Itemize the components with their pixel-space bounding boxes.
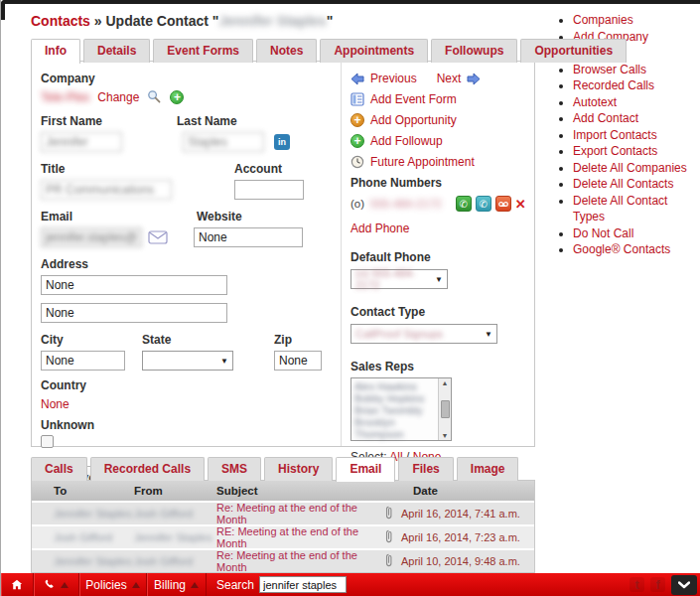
history-tab[interactable]: History [264,457,333,481]
title-input[interactable] [41,180,172,200]
previous-arrow-icon[interactable] [350,73,364,85]
policies-menu-button[interactable]: Policies [79,573,147,596]
add-event-form-link[interactable]: Add Event Form [370,92,457,106]
billing-caret-icon [191,582,199,588]
side-menu-link[interactable]: Autotext [573,95,617,109]
col-header-date: Date [401,485,534,497]
home-button[interactable] [1,573,34,596]
history-tab[interactable]: Calls [31,457,87,481]
email-row[interactable]: Jennifer Staples Josh Gifford Re: Meetin… [32,503,534,524]
history-tab[interactable]: Recorded Calls [90,457,205,481]
scroll-thumb[interactable] [441,400,450,418]
billing-menu-button[interactable]: Billing [147,573,207,596]
company-add-icon[interactable]: + [170,90,184,104]
side-menu-link[interactable]: Companies [573,13,633,27]
phone-menu-button[interactable] [34,573,79,596]
search-section: Search [207,573,356,596]
sales-rep-option[interactable]: Bobby Hopkins [354,392,438,404]
sales-reps-listbox[interactable]: Alex HawkinsBobby HopkinsBrian TwomblyBr… [350,377,452,441]
collapse-bar-button[interactable] [671,575,697,595]
add-phone-link[interactable]: Add Phone [350,222,409,235]
email-subject-link[interactable]: Re: Meeting at the end of the Month [216,549,373,573]
sales-rep-option[interactable]: Brooklyn Thompson [354,416,438,440]
voicemail-icon[interactable] [495,196,511,212]
twitter-icon[interactable]: t [630,577,644,592]
history-tab[interactable]: Email [336,457,395,482]
side-menu-link[interactable]: Import Contacts [573,128,657,142]
linkedin-icon[interactable]: in [274,134,290,150]
email-row[interactable]: Josh Gifford Jennifer Staples RE: Meetin… [32,526,534,548]
side-menu-link[interactable]: Delete All Companies [573,161,687,175]
delete-phone-icon[interactable]: ✕ [515,197,526,212]
email-subject-link[interactable]: RE: Meeting at the end of the Month [216,525,373,549]
company-change-link[interactable]: Change [97,90,139,104]
contact-tab[interactable]: Followups [431,39,517,63]
email-row[interactable]: Jennifer Staples Josh Gifford Re: Meetin… [32,550,534,572]
window-corner [1,0,5,20]
future-appointment-icon [350,155,364,169]
billing-label: Billing [154,578,186,592]
side-menu-item: Delete All Contacts [573,176,694,193]
side-menu-item: Google® Contacts [573,241,694,258]
facebook-icon[interactable]: f [650,577,665,592]
contact-actions: Previous Next Add Event Form + Add Oppor… [342,62,534,446]
call-browser-icon[interactable]: ✆ [476,196,491,212]
search-input[interactable] [259,576,347,593]
address-label: Address [41,257,88,271]
zip-input[interactable] [274,351,322,371]
add-opportunity-link[interactable]: Add Opportunity [370,113,457,127]
address-line2-input[interactable] [41,303,227,323]
side-menu-link[interactable]: Export Contacts [573,144,657,158]
sales-rep-option[interactable]: Alex Hawkins [354,380,438,392]
company-value-link[interactable]: Tele-Plex [41,90,89,104]
side-menu-link[interactable]: Delete All Contact Types [573,194,667,224]
history-tab[interactable]: Image [457,457,519,481]
contact-tab[interactable]: Notes [256,39,317,63]
email-input[interactable] [41,227,142,247]
contact-tab[interactable]: Event Forms [153,39,253,63]
side-menu-item: Browser Calls [573,62,694,78]
email-subject-link[interactable]: Re: Meeting at the end of the Month [216,502,373,525]
contact-tab[interactable]: Info [31,39,80,64]
website-input[interactable] [194,227,303,247]
send-email-icon[interactable] [148,230,168,244]
history-tab[interactable]: Files [398,457,453,481]
scroll-up-icon[interactable]: ▲ [442,379,449,386]
history-tab[interactable]: SMS [208,457,261,481]
city-input[interactable] [41,351,125,371]
first-name-input[interactable] [41,132,122,152]
scroll-down-icon[interactable]: ▼ [442,432,449,439]
default-phone-select[interactable]: (o) 555-484-2172 ▼ [350,269,448,289]
contact-tab[interactable]: Appointments [320,39,428,63]
address-line1-input[interactable] [41,275,227,295]
country-value-link[interactable]: None [41,397,70,411]
attachment-paperclip-icon [373,529,401,545]
contact-type-select[interactable]: CallProof Signups ▼ [350,324,497,344]
side-menu-link[interactable]: Browser Calls [573,63,646,76]
side-menu-link[interactable]: Do Not Call [573,226,633,240]
contact-tab[interactable]: Opportunities [520,39,627,63]
account-input[interactable] [234,180,304,200]
side-menu-link[interactable]: Add Contact [573,111,638,125]
website-label: Website [197,210,242,224]
call-phone-icon[interactable]: ✆ [456,196,472,212]
city-label: City [41,333,142,347]
contact-tab[interactable]: Details [83,39,150,63]
bottom-bar-right: t f [630,575,700,595]
sales-reps-options: Alex HawkinsBobby HopkinsBrian TwomblyBr… [351,378,438,440]
side-menu-link[interactable]: Google® Contacts [573,242,670,256]
state-select[interactable]: ▼ [142,351,233,371]
side-menu-link[interactable]: Recorded Calls [573,78,654,92]
sales-reps-scrollbar[interactable]: ▲ ▼ [438,378,451,440]
side-menu-link[interactable]: Delete All Contacts [573,177,673,191]
future-appointment-link[interactable]: Future Appointment [370,155,475,169]
breadcrumb-contacts-link[interactable]: Contacts [31,13,90,29]
previous-link[interactable]: Previous [370,72,417,85]
unknown-checkbox[interactable] [41,435,54,448]
sales-rep-option[interactable]: Brian Twombly [354,404,438,416]
last-name-input[interactable] [183,132,264,152]
company-search-icon[interactable] [147,89,162,104]
add-followup-link[interactable]: Add Followup [370,134,443,148]
next-link[interactable]: Next [437,72,462,85]
next-arrow-icon[interactable] [467,73,481,85]
